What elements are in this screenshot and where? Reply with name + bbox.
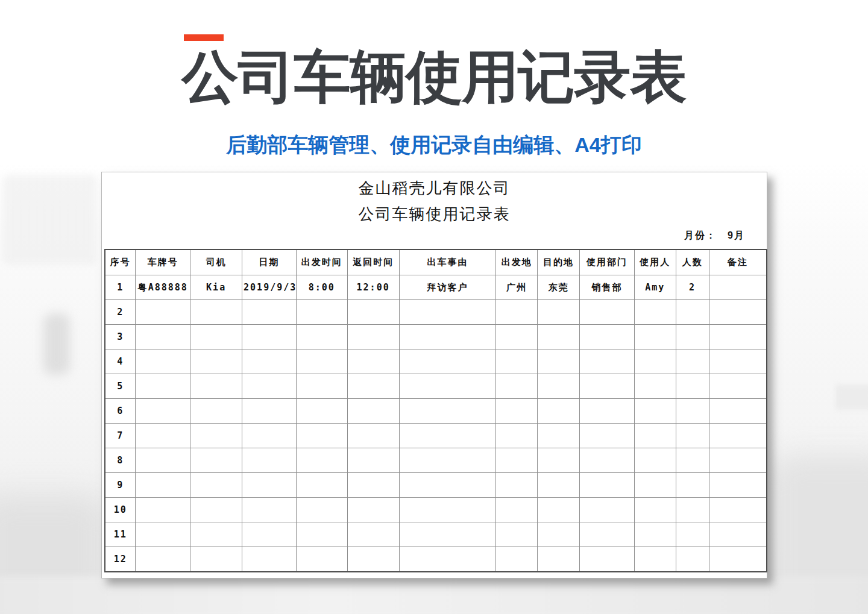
table-cell: 10	[105, 498, 136, 522]
table-cell	[190, 349, 242, 374]
table-cell	[399, 522, 496, 547]
table-cell	[709, 448, 767, 473]
table-row: 7	[105, 424, 767, 448]
column-header: 车牌号	[136, 249, 190, 275]
table-cell	[136, 349, 190, 374]
table-row: 8	[105, 448, 767, 473]
table-cell	[190, 374, 242, 399]
table-cell	[538, 547, 580, 572]
document-title: 公司车辆使用记录表	[102, 205, 767, 223]
table-row: 2	[105, 300, 767, 325]
table-cell	[634, 498, 676, 522]
table-cell	[496, 547, 538, 572]
table-cell	[399, 547, 496, 572]
table-cell: 销售部	[580, 275, 635, 300]
table-cell	[296, 547, 347, 572]
table-cell: 9	[105, 473, 136, 498]
table-cell	[538, 522, 580, 547]
table-cell	[538, 399, 580, 424]
table-cell	[399, 325, 496, 349]
table-row: 1粤A88888Kia2019/9/308:0012:00拜访客户广州东莞销售部…	[105, 275, 767, 300]
table-cell	[399, 498, 496, 522]
table-cell: 拜访客户	[399, 275, 496, 300]
table-cell	[399, 424, 496, 448]
table-cell	[676, 424, 709, 448]
table-cell	[580, 448, 635, 473]
table-cell: 11	[105, 522, 136, 547]
table-cell	[296, 424, 347, 448]
table-cell	[676, 300, 709, 325]
table-cell	[676, 547, 709, 572]
table-row: 4	[105, 349, 767, 374]
table-cell	[242, 399, 297, 424]
table-cell: 8:00	[296, 275, 347, 300]
table-cell: 12	[105, 547, 136, 572]
table-cell	[190, 399, 242, 424]
table-cell	[709, 349, 767, 374]
table-cell	[580, 374, 635, 399]
table-cell	[709, 325, 767, 349]
table-cell	[190, 325, 242, 349]
table-cell	[580, 522, 635, 547]
table-cell	[709, 498, 767, 522]
table-cell: 广州	[496, 275, 538, 300]
page-title: 公司车辆使用记录表	[0, 43, 868, 111]
table-cell	[709, 522, 767, 547]
month-label: 月份：	[684, 230, 717, 240]
table-cell: 7	[105, 424, 136, 448]
table-cell	[136, 448, 190, 473]
table-cell	[538, 498, 580, 522]
table-cell	[296, 522, 347, 547]
table-cell	[242, 522, 297, 547]
table-row: 12	[105, 547, 767, 572]
table-cell	[347, 300, 399, 325]
table-cell	[538, 424, 580, 448]
table-cell	[580, 325, 635, 349]
table-cell	[242, 374, 297, 399]
table-cell	[634, 473, 676, 498]
table-cell	[136, 498, 190, 522]
table-cell: Kia	[190, 275, 242, 300]
table-cell	[580, 547, 635, 572]
table-cell: 6	[105, 399, 136, 424]
table-cell	[709, 300, 767, 325]
table-cell	[136, 374, 190, 399]
table-cell	[676, 473, 709, 498]
table-cell	[190, 424, 242, 448]
table-cell	[634, 374, 676, 399]
table-cell: 2	[676, 275, 709, 300]
table-cell	[347, 374, 399, 399]
table-row: 5	[105, 374, 767, 399]
table-cell	[580, 349, 635, 374]
table-cell	[399, 300, 496, 325]
table-cell	[347, 498, 399, 522]
table-cell	[538, 374, 580, 399]
table-cell	[399, 374, 496, 399]
table-cell	[347, 399, 399, 424]
column-header: 日期	[242, 249, 297, 275]
column-header: 人数	[676, 249, 709, 275]
table-cell	[136, 522, 190, 547]
table-cell	[296, 448, 347, 473]
column-header: 目的地	[538, 249, 580, 275]
table-cell	[496, 300, 538, 325]
table-cell	[634, 448, 676, 473]
table-cell	[676, 374, 709, 399]
table-cell	[399, 473, 496, 498]
table-cell	[709, 275, 767, 300]
table-cell	[634, 522, 676, 547]
table-cell	[676, 498, 709, 522]
table-cell	[242, 300, 297, 325]
table-cell	[496, 498, 538, 522]
table-cell	[496, 448, 538, 473]
table-cell	[190, 448, 242, 473]
table-cell	[136, 424, 190, 448]
table-cell	[538, 448, 580, 473]
table-cell	[296, 498, 347, 522]
table-cell	[676, 349, 709, 374]
table-cell	[296, 399, 347, 424]
table-cell	[496, 424, 538, 448]
table-cell	[496, 325, 538, 349]
table-cell	[347, 547, 399, 572]
table-cell	[709, 424, 767, 448]
